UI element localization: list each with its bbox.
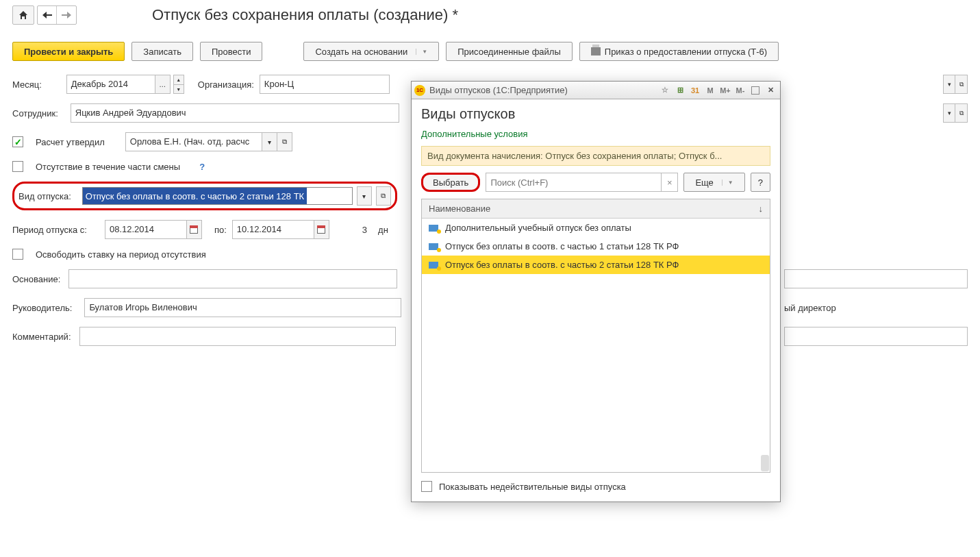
release-rate-label: Освободить ставку на период отсутствия [36, 249, 206, 260]
dialog-titlebar[interactable]: 1С Виды отпусков (1С:Предприятие) ☆ ⊞ 31… [412, 82, 780, 99]
home-button[interactable] [12, 5, 34, 25]
back-button[interactable] [38, 6, 57, 24]
create-based-on-button[interactable]: Создать на основании [303, 42, 439, 61]
vac-type-input[interactable]: Отпуск без оплаты в соотв. с частью 2 ст… [82, 187, 353, 205]
vac-types-list: Наименование ↓ Дополнительный учебный от… [421, 199, 770, 361]
calc-confirmed-checkbox[interactable]: ✓ [12, 136, 23, 147]
nav-back-forward [37, 5, 77, 25]
list-item-label: Отпуск без оплаты в соотв. с частью 1 ст… [445, 241, 679, 251]
calendar-icon [316, 224, 327, 235]
vac-types-dialog: 1С Виды отпусков (1С:Предприятие) ☆ ⊞ 31… [411, 81, 781, 361]
calc-confirmed-open[interactable]: ⧉ [277, 132, 292, 151]
field-open-1[interactable]: ⧉ [955, 75, 968, 94]
calculator-icon[interactable]: ⊞ [673, 84, 687, 97]
organization-label: Организация: [198, 79, 254, 90]
select-button[interactable]: Выбрать [421, 173, 480, 192]
calc-confirmed-label: Расчет утвердил [36, 137, 105, 147]
vacation-type-icon [429, 243, 438, 250]
partial-shift-label: Отсутствие в течение части смены [36, 162, 180, 172]
printer-icon [591, 47, 601, 55]
print-t6-button[interactable]: Приказ о предоставлении отпуска (Т-6) [579, 42, 779, 61]
list-body: Дополнительный учебный отпуск без оплаты… [422, 219, 770, 361]
field-dropdown-1[interactable]: ▾ [943, 75, 955, 94]
vac-type-highlight: Вид отпуска: Отпуск без оплаты в соотв. … [12, 182, 397, 210]
period-to-input[interactable]: 10.12.2014 [232, 220, 314, 239]
forward-button[interactable] [57, 6, 76, 24]
dialog-heading: Виды отпусков [421, 106, 770, 122]
employee-label: Сотрудник: [12, 108, 58, 119]
period-from-input[interactable]: 08.12.2014 [105, 220, 187, 239]
memory-mplus-icon[interactable]: M+ [718, 84, 732, 97]
list-item-label: Дополнительный учебный отпуск без оплаты [445, 223, 631, 233]
nav-buttons [12, 5, 77, 25]
basis-label: Основание: [12, 274, 60, 284]
dialog-filter-text: Вид документа начисления: Отпуск без сох… [421, 146, 770, 166]
field-dropdown-2[interactable]: ▾ [943, 103, 955, 123]
month-down-button[interactable]: ▼ [173, 84, 184, 94]
period-from-calendar[interactable] [187, 220, 202, 239]
month-label: Месяц: [12, 79, 42, 90]
search-input[interactable] [486, 173, 662, 192]
list-item[interactable]: Дополнительный учебный отпуск без оплаты [422, 219, 770, 237]
list-header-label: Наименование [429, 203, 490, 214]
manager-label: Руководитель: [12, 303, 72, 313]
comment-input[interactable] [79, 327, 396, 346]
calendar-icon [188, 224, 199, 235]
partial-shift-checkbox[interactable] [12, 161, 23, 172]
search-clear-button[interactable]: × [662, 173, 678, 192]
calc-confirmed-dropdown[interactable]: ▾ [262, 132, 277, 151]
extra-conditions-link[interactable]: Дополнительные условия [421, 129, 528, 139]
release-rate-checkbox[interactable] [12, 249, 23, 260]
header-row: Отпуск без сохранения оплаты (создание) … [12, 5, 968, 25]
basis-input[interactable] [68, 269, 397, 288]
list-header[interactable]: Наименование ↓ [422, 199, 770, 219]
basis-input-right[interactable] [784, 269, 968, 288]
memory-mminus-icon[interactable]: M- [733, 84, 747, 97]
post-and-close-button[interactable]: Провести и закрыть [12, 42, 125, 61]
dialog-body: Виды отпусков Дополнительные условия Вид… [412, 99, 780, 361]
period-to-label: по: [214, 225, 227, 235]
month-up-button[interactable]: ▲ [173, 75, 184, 84]
days-suffix: дн [378, 225, 388, 235]
vac-type-label: Вид отпуска: [18, 191, 71, 201]
page-title: Отпуск без сохранения оплаты (создание) … [152, 6, 458, 24]
sort-arrow-icon: ↓ [759, 203, 764, 214]
days-count: 3 [362, 225, 367, 235]
dialog-titlebar-text: Виды отпусков (1С:Предприятие) [429, 85, 568, 95]
manager-input[interactable]: Булатов Игорь Виленович [84, 298, 401, 317]
manager-position-tail: ый директор [784, 303, 836, 313]
toolbar: Провести и закрыть Записать Провести Соз… [12, 42, 968, 61]
vacation-type-icon [429, 262, 438, 269]
comment-label: Комментарий: [12, 332, 71, 342]
memory-m-icon[interactable]: M [703, 84, 717, 97]
dialog-actions: Выбрать × Еще ? [421, 173, 770, 192]
list-item[interactable]: Отпуск без оплаты в соотв. с частью 1 ст… [422, 237, 770, 256]
vac-type-open[interactable]: ⧉ [376, 186, 391, 206]
list-item[interactable]: Отпуск без оплаты в соотв. с частью 2 ст… [422, 256, 770, 274]
field-open-2[interactable]: ⧉ [955, 103, 968, 123]
vac-type-dropdown[interactable]: ▾ [357, 186, 372, 206]
comment-input-right[interactable] [784, 327, 968, 346]
vacation-type-icon [429, 225, 438, 232]
period-from-label: Период отпуска с: [12, 225, 87, 235]
organization-input[interactable]: Крон-Ц [260, 75, 390, 94]
attached-files-button[interactable]: Присоединенные файлы [446, 42, 573, 61]
more-button[interactable]: Еще [683, 173, 744, 192]
post-button[interactable]: Провести [200, 42, 263, 61]
dialog-help-button[interactable]: ? [751, 173, 770, 192]
print-t6-label: Приказ о предоставлении отпуска (Т-6) [605, 47, 767, 57]
calc-confirmed-input[interactable]: Орлова Е.Н. (Нач. отд. расчс [125, 132, 262, 151]
calendar-icon[interactable]: 31 [688, 84, 702, 97]
month-picker-button[interactable]: … [155, 75, 171, 94]
list-item-label: Отпуск без оплаты в соотв. с частью 2 ст… [445, 260, 679, 270]
employee-input[interactable]: Яцкив Андрей Эдуардович [71, 103, 399, 123]
one-c-logo-icon: 1С [414, 85, 425, 96]
month-input[interactable]: Декабрь 2014 [66, 75, 155, 94]
help-icon[interactable]: ? [199, 162, 205, 172]
save-button[interactable]: Записать [131, 42, 193, 61]
vac-type-value: Отпуск без оплаты в соотв. с частью 2 ст… [83, 188, 307, 204]
close-button[interactable]: ✕ [764, 84, 777, 97]
period-to-calendar[interactable] [314, 220, 329, 239]
maximize-button[interactable] [749, 84, 762, 97]
favorite-icon[interactable]: ☆ [658, 84, 672, 97]
